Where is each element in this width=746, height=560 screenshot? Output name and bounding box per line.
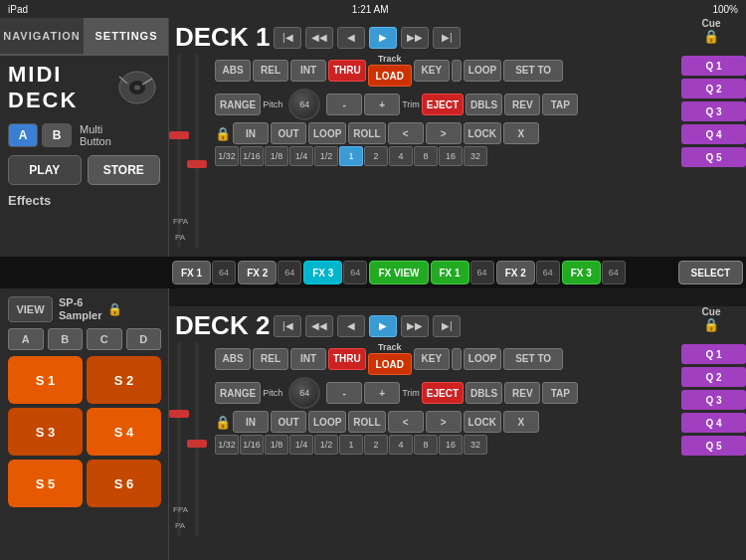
fx1b-button[interactable]: FX 1 xyxy=(431,261,469,284)
a-button[interactable]: A xyxy=(8,123,38,147)
deck1-lt[interactable]: < xyxy=(388,122,424,144)
deck2-loop-1[interactable]: 1 xyxy=(339,435,363,455)
fx-view-button[interactable]: FX VIEW xyxy=(369,261,428,284)
view-button[interactable]: VIEW xyxy=(8,296,53,322)
deck2-loop-4[interactable]: 4 xyxy=(389,435,413,455)
deck1-loop-btn[interactable]: LOOP xyxy=(308,122,346,144)
deck2-key[interactable]: KEY xyxy=(414,348,450,370)
play-button[interactable]: PLAY xyxy=(8,155,82,185)
deck2-load[interactable]: LOAD xyxy=(368,353,412,375)
deck1-lock-btn[interactable]: LOCK xyxy=(464,122,501,144)
deck1-back[interactable]: ◀ xyxy=(337,27,365,49)
deck1-loop-2[interactable]: 2 xyxy=(364,146,388,166)
deck1-loop-1_8[interactable]: 1/8 xyxy=(265,146,288,166)
deck2-q1[interactable]: Q 1 xyxy=(681,344,746,364)
s6-button[interactable]: S 6 xyxy=(87,460,161,507)
deck2-loop[interactable]: LOOP xyxy=(464,348,501,370)
deck2-roll[interactable]: ROLL xyxy=(348,411,385,433)
deck2-q2[interactable]: Q 2 xyxy=(681,367,746,387)
deck1-q2[interactable]: Q 2 xyxy=(681,79,746,98)
deck1-thru[interactable]: THRU xyxy=(328,60,366,82)
deck1-loop[interactable]: LOOP xyxy=(464,60,501,82)
deck1-next-end[interactable]: ▶| xyxy=(433,27,461,49)
deck1-abs[interactable]: ABS xyxy=(215,60,251,82)
s1-button[interactable]: S 1 xyxy=(8,356,83,404)
s4-button[interactable]: S 4 xyxy=(87,408,161,456)
deck1-q1[interactable]: Q 1 xyxy=(681,56,746,76)
deck2-loop-2[interactable]: 2 xyxy=(364,435,388,455)
deck1-fader2-handle[interactable] xyxy=(187,160,207,168)
deck2-loop-32[interactable]: 32 xyxy=(464,435,487,455)
fx3-button[interactable]: FX 3 xyxy=(303,261,342,284)
s5-button[interactable]: S 5 xyxy=(8,460,83,507)
deck1-loop-1_32[interactable]: 1/32 xyxy=(215,146,239,166)
deck1-loop-1_2[interactable]: 1/2 xyxy=(314,146,338,166)
deck2-set-to[interactable]: SET TO xyxy=(503,348,563,370)
deck1-minus[interactable]: - xyxy=(326,93,362,115)
deck2-ff[interactable]: ▶▶ xyxy=(401,315,429,337)
deck2-tap[interactable]: TAP xyxy=(542,382,578,404)
deck2-loop-16[interactable]: 16 xyxy=(439,435,463,455)
deck2-q5[interactable]: Q 5 xyxy=(681,436,746,456)
deck2-play[interactable]: ▶ xyxy=(369,315,397,337)
deck1-loop-32[interactable]: 32 xyxy=(464,146,487,166)
deck1-range[interactable]: RANGE xyxy=(215,93,261,115)
deck2-in[interactable]: IN xyxy=(233,411,269,433)
deck1-play[interactable]: ▶ xyxy=(369,27,397,49)
select-button[interactable]: SELECT xyxy=(678,261,743,284)
deck2-loop-8[interactable]: 8 xyxy=(414,435,438,455)
deck2-eject[interactable]: EJECT xyxy=(422,382,464,404)
deck1-gt[interactable]: > xyxy=(426,122,462,144)
deck2-rev[interactable]: REV xyxy=(504,382,540,404)
abcd-b-button[interactable]: B xyxy=(48,328,84,350)
deck1-tap[interactable]: TAP xyxy=(542,93,578,115)
b-button[interactable]: B xyxy=(42,123,72,147)
deck2-gt[interactable]: > xyxy=(426,411,462,433)
deck1-loop-8[interactable]: 8 xyxy=(414,146,438,166)
deck2-range[interactable]: RANGE xyxy=(215,382,261,404)
deck2-prev-start[interactable]: |◀ xyxy=(274,315,301,337)
deck1-ff[interactable]: ▶▶ xyxy=(401,27,429,49)
deck2-loop-btn[interactable]: LOOP xyxy=(308,411,346,433)
deck1-key[interactable]: KEY xyxy=(414,60,450,82)
deck2-loop-1_16[interactable]: 1/16 xyxy=(240,435,264,455)
settings-button[interactable]: SETTINGS xyxy=(85,18,168,54)
s3-button[interactable]: S 3 xyxy=(8,408,83,456)
fx2b-button[interactable]: FX 2 xyxy=(496,261,535,284)
deck1-fader1-handle[interactable] xyxy=(169,131,189,139)
deck1-plus[interactable]: + xyxy=(364,93,400,115)
deck2-int[interactable]: INT xyxy=(290,348,326,370)
deck1-in[interactable]: IN xyxy=(233,122,269,144)
deck2-out[interactable]: OUT xyxy=(271,411,306,433)
abcd-c-button[interactable]: C xyxy=(87,328,122,350)
deck2-x[interactable]: X xyxy=(503,411,539,433)
deck1-loop-1_16[interactable]: 1/16 xyxy=(240,146,264,166)
fx3b-button[interactable]: FX 3 xyxy=(562,261,601,284)
deck1-loop-1_4[interactable]: 1/4 xyxy=(289,146,313,166)
abcd-d-button[interactable]: D xyxy=(126,328,162,350)
deck1-prev-start[interactable]: |◀ xyxy=(274,27,301,49)
deck2-q4[interactable]: Q 4 xyxy=(681,413,746,433)
abcd-a-button[interactable]: A xyxy=(8,328,44,350)
deck2-lock-btn[interactable]: LOCK xyxy=(464,411,501,433)
deck1-q4[interactable]: Q 4 xyxy=(681,124,746,144)
deck1-knob[interactable]: 64 xyxy=(288,89,320,120)
deck2-fader2-handle[interactable] xyxy=(187,440,207,448)
deck2-loop-1_4[interactable]: 1/4 xyxy=(289,435,313,455)
s2-button[interactable]: S 2 xyxy=(87,356,161,404)
navigation-button[interactable]: NAVIGATION xyxy=(0,18,85,54)
deck2-loop-1_32[interactable]: 1/32 xyxy=(215,435,239,455)
deck1-dbls[interactable]: DBLS xyxy=(466,93,502,115)
deck1-rel[interactable]: REL xyxy=(253,60,288,82)
deck2-thru[interactable]: THRU xyxy=(328,348,366,370)
fx1-button[interactable]: FX 1 xyxy=(172,261,211,284)
deck1-int[interactable]: INT xyxy=(290,60,326,82)
deck2-loop-1_2[interactable]: 1/2 xyxy=(314,435,338,455)
deck1-q3[interactable]: Q 3 xyxy=(681,101,746,121)
deck2-knob[interactable]: 64 xyxy=(288,377,320,409)
fx2-button[interactable]: FX 2 xyxy=(238,261,277,284)
store-button[interactable]: STORE xyxy=(88,155,161,185)
deck1-rewind[interactable]: ◀◀ xyxy=(305,27,333,49)
deck1-x[interactable]: X xyxy=(503,122,539,144)
deck1-rev[interactable]: REV xyxy=(504,93,540,115)
